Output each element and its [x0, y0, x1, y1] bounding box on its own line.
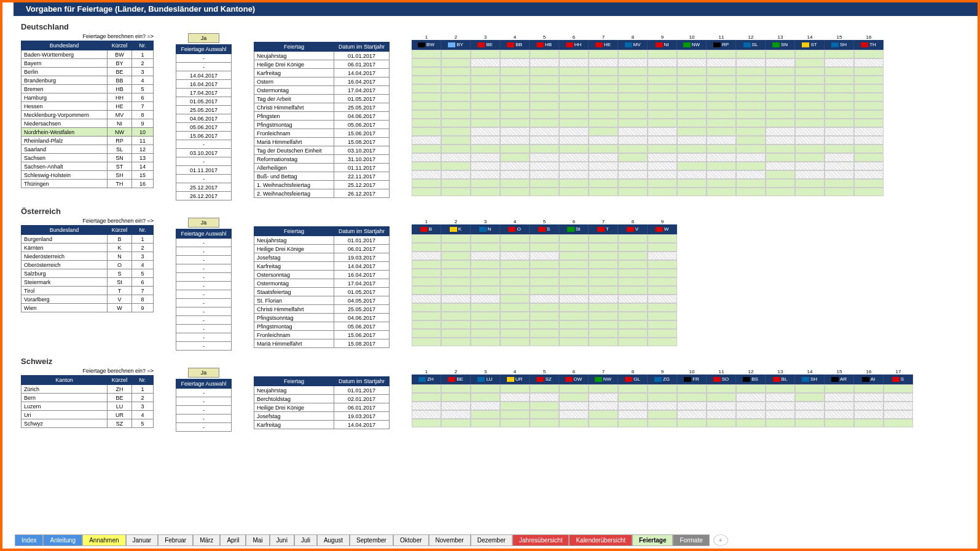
matrix-cell[interactable] — [500, 188, 530, 196]
matrix-cell[interactable] — [559, 110, 589, 119]
matrix-cell[interactable] — [677, 58, 707, 67]
matrix-cell[interactable] — [618, 188, 648, 196]
matrix-cell[interactable] — [412, 179, 441, 188]
table-row[interactable]: - — [176, 290, 232, 299]
matrix-body-ch[interactable] — [412, 384, 913, 427]
matrix-cell[interactable] — [677, 410, 707, 419]
matrix-cell[interactable] — [766, 58, 795, 67]
matrix-cell[interactable] — [471, 153, 500, 162]
table-row[interactable]: SteiermarkSt6 — [22, 278, 154, 287]
matrix-cell[interactable] — [559, 303, 589, 312]
matrix-cell[interactable] — [559, 58, 589, 67]
matrix-cell[interactable] — [825, 67, 854, 76]
matrix-cell[interactable] — [825, 410, 854, 419]
matrix-cell[interactable] — [589, 320, 618, 329]
matrix-cell[interactable] — [677, 384, 707, 393]
matrix-cell[interactable] — [412, 243, 441, 252]
matrix-cell[interactable] — [825, 93, 854, 101]
matrix-cell[interactable] — [618, 136, 648, 145]
matrix-cell[interactable] — [530, 410, 559, 419]
matrix-cell[interactable] — [441, 338, 471, 346]
table-row[interactable]: 04.06.2017 — [176, 114, 232, 123]
matrix-cell[interactable] — [500, 402, 530, 410]
matrix-cell[interactable] — [736, 76, 766, 84]
matrix-cell[interactable] — [441, 402, 471, 410]
matrix-cell[interactable] — [412, 136, 441, 145]
matrix-cell[interactable] — [559, 179, 589, 188]
sheet-tabs[interactable]: IndexAnleitungAnnahmenJanuarFebruarMärzA… — [15, 534, 965, 546]
sheet-tab-mai[interactable]: Mai — [246, 534, 269, 546]
matrix-row[interactable] — [412, 393, 913, 402]
matrix-cell[interactable] — [559, 84, 589, 93]
matrix-cell[interactable] — [441, 170, 471, 179]
table-row[interactable]: - — [176, 54, 232, 63]
table-row[interactable]: St. Florian04.05.2017 — [254, 296, 390, 305]
ja-toggle-de[interactable]: Ja — [188, 33, 220, 43]
matrix-cell[interactable] — [412, 188, 441, 196]
sheet-tab-juli[interactable]: Juli — [294, 534, 317, 546]
matrix-cell[interactable] — [766, 188, 795, 196]
matrix-cell[interactable] — [441, 234, 471, 243]
matrix-cell[interactable] — [500, 384, 530, 393]
matrix-cell[interactable] — [589, 170, 618, 179]
matrix-cell[interactable] — [530, 419, 559, 427]
matrix-cell[interactable] — [618, 286, 648, 295]
matrix-row[interactable] — [412, 162, 884, 170]
matrix-cell[interactable] — [412, 329, 441, 338]
matrix-cell[interactable] — [589, 188, 618, 196]
table-row[interactable]: HamburgHH6 — [22, 93, 154, 102]
matrix-cell[interactable] — [648, 243, 677, 252]
matrix-cell[interactable] — [648, 93, 677, 101]
matrix-cell[interactable] — [884, 419, 913, 427]
matrix-cell[interactable] — [559, 50, 589, 58]
matrix-cell[interactable] — [677, 162, 707, 170]
table-row[interactable]: SalzburgS5 — [22, 269, 154, 278]
matrix-cell[interactable] — [707, 393, 736, 402]
matrix-cell[interactable] — [500, 320, 530, 329]
matrix-cell[interactable] — [559, 145, 589, 153]
matrix-cell[interactable] — [618, 419, 648, 427]
matrix-cell[interactable] — [471, 312, 500, 320]
matrix-row[interactable] — [412, 312, 677, 320]
matrix-cell[interactable] — [648, 58, 677, 67]
matrix-cell[interactable] — [677, 101, 707, 110]
matrix-cell[interactable] — [412, 312, 441, 320]
matrix-cell[interactable] — [707, 179, 736, 188]
matrix-cell[interactable] — [707, 153, 736, 162]
matrix-cell[interactable] — [471, 384, 500, 393]
matrix-cell[interactable] — [530, 127, 559, 136]
matrix-cell[interactable] — [736, 410, 766, 419]
matrix-cell[interactable] — [648, 260, 677, 269]
matrix-cell[interactable] — [412, 119, 441, 127]
matrix-cell[interactable] — [471, 84, 500, 93]
matrix-cell[interactable] — [589, 402, 618, 410]
matrix-cell[interactable] — [559, 119, 589, 127]
matrix-cell[interactable] — [736, 67, 766, 76]
matrix-cell[interactable] — [530, 234, 559, 243]
matrix-cell[interactable] — [648, 110, 677, 119]
matrix-cell[interactable] — [412, 320, 441, 329]
matrix-cell[interactable] — [795, 67, 825, 76]
table-row[interactable]: Pfingstmontag05.06.2017 — [254, 121, 390, 129]
matrix-cell[interactable] — [677, 188, 707, 196]
matrix-cell[interactable] — [707, 145, 736, 153]
matrix-cell[interactable] — [648, 286, 677, 295]
matrix-cell[interactable] — [648, 50, 677, 58]
table-row[interactable]: Josefstag19.03.2017 — [254, 253, 390, 262]
table-row[interactable]: 05.06.2017 — [176, 123, 232, 132]
matrix-cell[interactable] — [589, 162, 618, 170]
matrix-cell[interactable] — [559, 67, 589, 76]
germany-holidays-table[interactable]: FeiertagDatum im Startjahr Neujahrstag01… — [254, 42, 390, 198]
matrix-cell[interactable] — [412, 101, 441, 110]
matrix-cell[interactable] — [825, 58, 854, 67]
matrix-cell[interactable] — [707, 410, 736, 419]
matrix-cell[interactable] — [530, 162, 559, 170]
matrix-cell[interactable] — [471, 260, 500, 269]
matrix-cell[interactable] — [530, 136, 559, 145]
matrix-cell[interactable] — [766, 384, 795, 393]
matrix-cell[interactable] — [441, 101, 471, 110]
table-row[interactable]: Berchtoldstag02.01.2017 — [254, 395, 390, 403]
matrix-cell[interactable] — [766, 50, 795, 58]
table-row[interactable]: Heilige Drei Könige06.01.2017 — [254, 60, 390, 69]
matrix-row[interactable] — [412, 269, 677, 277]
